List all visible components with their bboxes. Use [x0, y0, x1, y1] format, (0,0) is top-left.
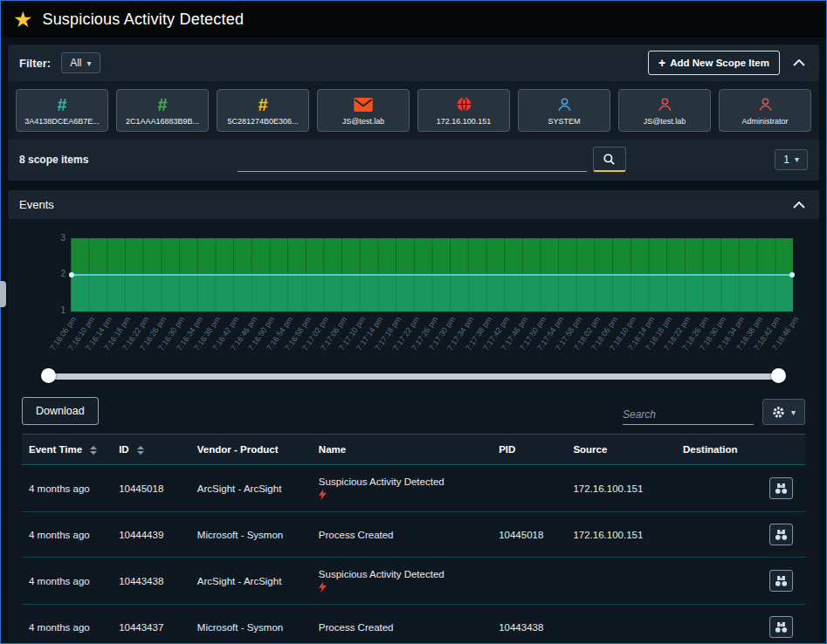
hunt-binoculars-button[interactable] [769, 616, 793, 638]
scope-count-text: 8 scope items [19, 154, 88, 166]
hunt-binoculars-button[interactable] [769, 570, 793, 592]
hash-icon: # [157, 94, 167, 114]
user-icon [657, 94, 673, 114]
column-header-label: ID [119, 444, 129, 455]
slider-handle-left[interactable] [41, 368, 56, 383]
table-header-row: Event Time ID Vendor - Product Name PID … [22, 435, 805, 465]
column-header-event-time[interactable]: Event Time [22, 435, 112, 465]
cell-pid [492, 465, 566, 512]
scope-card-email[interactable]: JS@test.lab [317, 89, 410, 132]
scope-search-button[interactable] [593, 147, 626, 172]
y-tick-label: 1 [50, 305, 65, 315]
cell-id: 10443437 [112, 605, 190, 644]
threshold-area-fill [71, 275, 793, 312]
time-range-slider [45, 367, 782, 385]
cell-destination [676, 605, 762, 644]
collapse-scope-chevron-up-icon[interactable] [790, 57, 808, 69]
table-row[interactable]: 4 months ago 10445018 ArcSight - ArcSigh… [22, 465, 805, 512]
scope-card-label: JS@test.lab [644, 117, 686, 126]
scope-card-user-system[interactable]: SYSTEM [518, 89, 610, 132]
scope-card-label: SYSTEM [548, 117, 580, 126]
event-name: Process Created [319, 622, 394, 633]
scope-page-select[interactable]: 1 ▾ [775, 149, 808, 170]
events-panel: Events 3 2 1 7:16:06 pm7:16:10 pm7:16:14… [8, 190, 819, 644]
user-icon [757, 94, 774, 114]
title-bar: ★ Suspicious Activity Detected [1, 1, 826, 38]
cell-event-time: 4 months ago [22, 558, 112, 605]
scope-card-label: 5C281274B0E306... [227, 117, 298, 126]
slider-track[interactable] [45, 373, 782, 380]
table-row[interactable]: 4 months ago 10443438 ArcSight - ArcSigh… [22, 558, 805, 605]
cell-vendor: Microsoft - Sysmon [190, 605, 312, 644]
globe-icon [456, 94, 472, 114]
event-name: Suspicious Activity Detected [319, 476, 445, 487]
cell-source [566, 558, 676, 605]
column-header-label: Event Time [29, 444, 82, 455]
cell-destination [676, 558, 762, 605]
cell-id: 10443438 [112, 558, 190, 605]
cell-id: 10444439 [112, 512, 190, 558]
scope-card-label: 3A4138DCEA6B7E... [24, 117, 100, 126]
cell-destination [676, 465, 762, 512]
add-scope-item-label: Add New Scope Item [670, 58, 769, 68]
cell-source: 172.16.100.151 [566, 465, 676, 512]
hunt-binoculars-button[interactable] [769, 477, 793, 499]
alert-lightning-icon [319, 489, 485, 500]
scope-card-ip[interactable]: 172.16.100.151 [417, 89, 510, 132]
cell-name: Suspicious Activity Detected [312, 558, 492, 605]
filter-select[interactable]: All ▾ [61, 52, 100, 73]
cell-vendor: ArcSight - ArcSight [190, 558, 312, 605]
cell-destination [676, 512, 762, 558]
scope-card-label: Administrator [741, 117, 788, 126]
events-header: Events [8, 190, 819, 219]
user-icon [556, 94, 573, 114]
scope-card-hash-3[interactable]: # 5C281274B0E306... [217, 89, 309, 132]
cell-pid: 10443438 [492, 605, 566, 644]
events-title: Events [19, 198, 54, 211]
cell-id: 10445018 [112, 465, 190, 512]
scope-card-hash-1[interactable]: # 3A4138DCEA6B7E... [16, 89, 108, 132]
event-name: Suspicious Activity Detected [319, 569, 445, 579]
chevron-down-icon: ▾ [795, 154, 799, 164]
event-name: Process Created [319, 530, 394, 540]
chevron-down-icon: ▾ [86, 58, 91, 68]
cell-vendor: Microsoft - Sysmon [190, 512, 312, 558]
column-header-source: Source [566, 435, 676, 465]
events-search-input[interactable] [623, 404, 754, 425]
events-timeline-chart: 3 2 1 7:16:06 pm7:16:10 pm7:16:14 pm7:16… [71, 238, 793, 366]
table-row[interactable]: 4 months ago 10444439 Microsoft - Sysmon… [22, 512, 805, 558]
side-drawer-handle[interactable] [0, 281, 6, 307]
chart-plot[interactable]: 3 2 1 [71, 238, 793, 312]
scope-card-label: JS@test.lab [342, 117, 385, 126]
table-row[interactable]: 4 months ago 10443437 Microsoft - Sysmon… [22, 605, 805, 644]
scope-footer: 8 scope items 1 ▾ [8, 140, 819, 181]
add-scope-item-button[interactable]: + Add New Scope Item [648, 51, 780, 75]
slider-handle-right[interactable] [771, 368, 786, 383]
gear-icon [772, 406, 785, 419]
scope-page-value: 1 [783, 154, 789, 166]
hunt-binoculars-button[interactable] [769, 524, 793, 545]
scope-card-label: 172.16.100.151 [437, 117, 492, 126]
scope-card-user-administrator[interactable]: Administrator [719, 89, 811, 132]
scope-card-hash-2[interactable]: # 2C1AAA16883B9B... [116, 89, 209, 132]
scope-search-input[interactable] [238, 151, 587, 172]
column-header-pid: PID [492, 435, 566, 465]
scope-card-user-js[interactable]: JS@test.lab [618, 89, 711, 132]
cell-name: Process Created [312, 605, 492, 644]
collapse-events-chevron-up-icon[interactable] [790, 199, 808, 211]
column-header-destination: Destination [676, 435, 762, 465]
hash-icon: # [57, 94, 66, 114]
sort-icon [90, 446, 97, 455]
search-icon [603, 153, 616, 166]
column-header-name: Name [312, 435, 492, 465]
column-header-vendor: Vendor - Product [190, 435, 312, 465]
filter-selected-value: All [70, 57, 81, 69]
sort-icon [137, 446, 144, 455]
scope-card-label: 2C1AAA16883B9B... [126, 117, 199, 126]
table-settings-button[interactable]: ▾ [762, 399, 805, 425]
download-button[interactable]: Download [22, 397, 99, 425]
cell-pid [492, 558, 566, 605]
plus-icon: + [658, 57, 665, 69]
column-header-id[interactable]: ID [112, 435, 190, 465]
hash-icon: # [258, 94, 267, 114]
